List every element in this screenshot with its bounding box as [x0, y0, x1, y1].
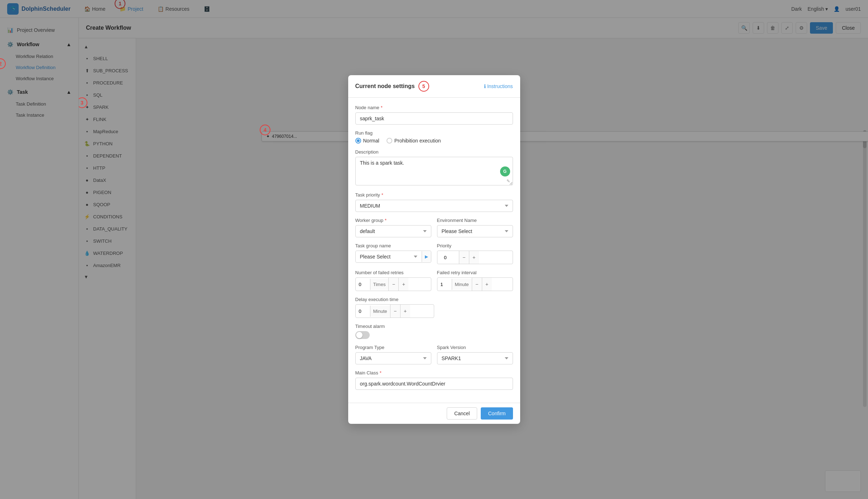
- timeout-alarm-group: Timeout alarm: [355, 324, 513, 339]
- task-priority-group: Task priority * MEDIUM: [355, 192, 513, 212]
- program-type-label: Program Type: [355, 345, 431, 350]
- modal-title: Current node settings: [355, 83, 415, 89]
- delay-execution-label: Delay execution time: [355, 297, 513, 302]
- program-spark-row: Program Type JAVA Spark Version SPARK1: [355, 345, 513, 370]
- modal-body: Node name * Run flag Normal Prohibition …: [348, 98, 520, 403]
- environment-name-group: Environment Name Please Select: [437, 218, 513, 237]
- modal-footer: Cancel Confirm: [348, 403, 520, 424]
- retries-row: Number of failed retries Times − + Faile…: [355, 270, 513, 297]
- node-name-label: Node name *: [355, 105, 513, 110]
- task-priority-label: Task priority *: [355, 192, 513, 198]
- priority-group: Priority − +: [437, 243, 513, 264]
- retry-interval-input-group: Minute − +: [437, 277, 513, 291]
- main-class-group: Main Class *: [355, 370, 513, 390]
- retries-unit: Times: [370, 279, 389, 290]
- run-flag-label: Run flag: [355, 130, 513, 136]
- description-input[interactable]: This is a spark task.: [355, 157, 513, 185]
- delay-execution-input-group: Minute − +: [355, 304, 434, 318]
- normal-label: Normal: [363, 138, 379, 144]
- confirm-button[interactable]: Confirm: [481, 407, 513, 420]
- program-type-group: Program Type JAVA: [355, 345, 431, 364]
- failed-retries-input[interactable]: [356, 279, 370, 290]
- timeout-alarm-toggle[interactable]: [355, 331, 370, 339]
- spark-version-label: Spark Version: [437, 345, 513, 350]
- modal-overlay: Current node settings 5 ℹ Instructions N…: [0, 0, 868, 499]
- priority-input-group: − +: [437, 251, 513, 264]
- run-flag-group: Run flag Normal Prohibition execution: [355, 130, 513, 144]
- modal-header: Current node settings 5 ℹ Instructions: [348, 75, 520, 98]
- task-priority-select[interactable]: MEDIUM: [355, 200, 513, 212]
- priority-required: *: [382, 192, 383, 198]
- prohibition-radio-dot: [387, 138, 392, 144]
- run-flag-radio-group: Normal Prohibition execution: [355, 138, 513, 144]
- delay-unit: Minute: [370, 306, 390, 317]
- description-wrapper: This is a spark task. G ✎: [355, 157, 513, 186]
- program-type-select[interactable]: JAVA: [355, 352, 431, 364]
- node-name-group: Node name *: [355, 105, 513, 125]
- priority-label: Priority: [437, 243, 513, 248]
- delay-minus-button[interactable]: −: [390, 305, 400, 318]
- node-settings-modal: Current node settings 5 ℹ Instructions N…: [348, 75, 520, 424]
- retry-interval-input[interactable]: [437, 279, 452, 290]
- interval-unit: Minute: [452, 279, 472, 290]
- environment-name-label: Environment Name: [437, 218, 513, 223]
- priority-minus-button[interactable]: −: [459, 251, 469, 264]
- description-avatar: G: [500, 166, 510, 176]
- retries-plus-button[interactable]: +: [398, 278, 408, 291]
- task-group-name-label: Task group name: [355, 243, 431, 248]
- worker-group-select[interactable]: default: [355, 225, 431, 237]
- timeout-alarm-label: Timeout alarm: [355, 324, 513, 329]
- failed-retries-label: Number of failed retries: [355, 270, 431, 275]
- instructions-button[interactable]: ℹ Instructions: [484, 83, 513, 89]
- info-icon: ℹ: [484, 83, 486, 89]
- required-indicator: *: [381, 105, 383, 110]
- interval-minus-button[interactable]: −: [472, 278, 482, 291]
- description-label: Description: [355, 149, 513, 155]
- priority-input[interactable]: [437, 252, 459, 263]
- failed-retries-group: Number of failed retries Times − +: [355, 270, 431, 291]
- taskgroup-priority-row: Task group name Please Select ▶ Priority…: [355, 243, 513, 270]
- main-class-label: Main Class *: [355, 370, 513, 376]
- edit-icon: ✎: [507, 179, 510, 184]
- retries-minus-button[interactable]: −: [388, 278, 398, 291]
- retry-interval-label: Failed retry interval: [437, 270, 513, 275]
- delay-execution-group: Delay execution time Minute − +: [355, 297, 513, 318]
- worker-env-row: Worker group * default Environment Name …: [355, 218, 513, 243]
- spark-version-select[interactable]: SPARK1: [437, 352, 513, 364]
- node-name-input[interactable]: [355, 112, 513, 125]
- failed-retries-input-group: Times − +: [355, 277, 431, 291]
- task-group-name-select[interactable]: Please Select: [356, 251, 422, 262]
- normal-radio-dot: [355, 138, 361, 144]
- main-class-input[interactable]: [355, 378, 513, 390]
- task-group-info-icon: ▶: [422, 251, 431, 262]
- instructions-label: Instructions: [487, 83, 513, 89]
- run-flag-normal[interactable]: Normal: [355, 138, 379, 144]
- prohibition-label: Prohibition execution: [394, 138, 441, 144]
- delay-plus-button[interactable]: +: [400, 305, 410, 318]
- spark-version-group: Spark Version SPARK1: [437, 345, 513, 364]
- task-group-name-group: Task group name Please Select ▶: [355, 243, 431, 264]
- run-flag-prohibition[interactable]: Prohibition execution: [387, 138, 441, 144]
- worker-group-group: Worker group * default: [355, 218, 431, 237]
- worker-required: *: [385, 218, 387, 223]
- interval-plus-button[interactable]: +: [482, 278, 492, 291]
- annotation-5: 5: [418, 81, 429, 92]
- cancel-button[interactable]: Cancel: [447, 407, 478, 420]
- delay-execution-input[interactable]: [356, 306, 370, 317]
- worker-group-label: Worker group *: [355, 218, 431, 223]
- main-class-required: *: [380, 370, 382, 376]
- description-group: Description This is a spark task. G ✎: [355, 149, 513, 186]
- environment-name-select[interactable]: Please Select: [437, 225, 513, 237]
- retry-interval-group: Failed retry interval Minute − +: [437, 270, 513, 291]
- priority-plus-button[interactable]: +: [469, 251, 479, 264]
